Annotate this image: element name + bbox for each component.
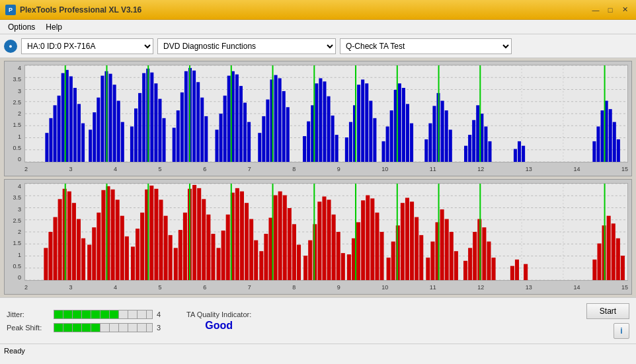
peak-shift-bar-cell [110, 324, 119, 332]
svg-rect-169 [81, 238, 85, 280]
app-icon: P [5, 5, 16, 15]
svg-rect-74 [258, 133, 261, 162]
start-button[interactable]: Start [586, 303, 629, 319]
svg-rect-219 [297, 244, 301, 280]
svg-rect-243 [401, 203, 405, 280]
svg-rect-195 [192, 185, 196, 280]
peak-shift-label: Peak Shift: [7, 324, 50, 332]
svg-rect-30 [73, 88, 77, 162]
svg-rect-207 [245, 203, 249, 280]
svg-rect-83 [303, 136, 306, 162]
svg-rect-209 [254, 240, 258, 280]
jitter-bar-cell [119, 310, 128, 318]
svg-rect-55 [177, 110, 180, 162]
svg-rect-222 [308, 240, 312, 280]
svg-rect-119 [464, 146, 467, 162]
bottom-chart-inner [24, 183, 628, 281]
svg-rect-24 [49, 118, 52, 162]
svg-rect-227 [332, 215, 336, 280]
svg-rect-36 [97, 98, 100, 162]
svg-rect-70 [239, 86, 243, 162]
svg-rect-122 [476, 105, 479, 162]
svg-rect-261 [482, 227, 486, 280]
svg-rect-164 [58, 199, 62, 280]
svg-rect-265 [510, 266, 514, 280]
close-button[interactable]: ✕ [619, 4, 631, 16]
svg-rect-205 [235, 188, 239, 280]
svg-rect-26 [58, 96, 61, 162]
svg-rect-86 [315, 83, 318, 162]
svg-rect-120 [468, 135, 471, 162]
svg-rect-98 [365, 83, 368, 162]
svg-rect-211 [259, 251, 263, 280]
svg-rect-161 [44, 248, 48, 280]
svg-rect-103 [386, 126, 389, 162]
svg-rect-76 [266, 100, 269, 162]
svg-rect-136 [617, 139, 620, 162]
svg-rect-108 [406, 104, 409, 162]
svg-rect-185 [149, 186, 153, 280]
svg-rect-116 [445, 110, 448, 162]
svg-rect-235 [366, 196, 370, 280]
jitter-row: Jitter: 4 [7, 310, 167, 319]
bottom-chart-svg [25, 184, 627, 280]
svg-rect-94 [349, 122, 352, 162]
svg-rect-39 [109, 74, 112, 162]
svg-rect-111 [424, 139, 428, 162]
svg-rect-208 [249, 219, 253, 280]
menu-options[interactable]: Options [3, 21, 40, 33]
svg-rect-271 [607, 216, 611, 280]
jitter-label: Jitter: [7, 310, 50, 318]
info-button[interactable]: i [614, 323, 629, 339]
svg-rect-244 [405, 198, 409, 280]
svg-rect-100 [373, 118, 376, 162]
svg-rect-109 [410, 124, 413, 162]
drive-select[interactable]: HA:0 ID:0 PX-716A [21, 38, 153, 54]
function-select[interactable]: DVD Diagnostic Functions [157, 38, 336, 54]
peak-shift-bar [54, 323, 153, 332]
svg-rect-217 [288, 208, 292, 280]
svg-rect-221 [303, 256, 307, 280]
svg-rect-107 [402, 88, 405, 162]
peak-shift-bar-cell [82, 324, 91, 332]
jitter-bar-cell [91, 310, 100, 318]
svg-rect-125 [488, 141, 491, 162]
app-title: PlexTools Professional XL V3.16 [20, 5, 590, 15]
minimize-button[interactable]: — [590, 4, 602, 16]
svg-rect-259 [473, 232, 477, 280]
svg-rect-197 [202, 199, 206, 280]
svg-rect-121 [472, 120, 475, 162]
svg-rect-32 [81, 124, 85, 162]
svg-rect-189 [169, 235, 173, 280]
ta-quality-value: Good [205, 320, 233, 332]
maximize-button[interactable]: □ [604, 4, 616, 16]
svg-rect-193 [183, 213, 187, 280]
svg-rect-69 [235, 75, 239, 162]
ta-quality-section: TA Quality Indicator: Good [186, 310, 251, 332]
peak-shift-bar-cell [100, 324, 110, 332]
svg-rect-214 [274, 196, 278, 280]
test-select[interactable]: Q-Check TA Test [340, 38, 512, 54]
jitter-bar-cell [63, 310, 73, 318]
svg-rect-245 [410, 201, 414, 280]
svg-rect-113 [432, 106, 436, 162]
svg-rect-254 [450, 232, 454, 280]
svg-rect-182 [136, 229, 139, 280]
svg-rect-269 [597, 244, 601, 280]
menu-help[interactable]: Help [40, 21, 67, 33]
svg-rect-171 [87, 244, 91, 280]
svg-rect-134 [609, 109, 612, 162]
window-controls: — □ ✕ [590, 4, 631, 16]
svg-rect-23 [45, 133, 48, 162]
peak-shift-bar-cell [54, 324, 63, 332]
svg-rect-75 [262, 116, 265, 162]
svg-rect-177 [116, 200, 120, 280]
svg-rect-124 [484, 126, 487, 162]
svg-rect-97 [361, 79, 364, 162]
svg-rect-41 [117, 101, 120, 162]
svg-rect-252 [440, 209, 444, 280]
svg-rect-130 [592, 141, 596, 162]
svg-rect-62 [204, 116, 208, 162]
jitter-bar-cell [54, 310, 63, 318]
svg-rect-72 [247, 122, 251, 162]
